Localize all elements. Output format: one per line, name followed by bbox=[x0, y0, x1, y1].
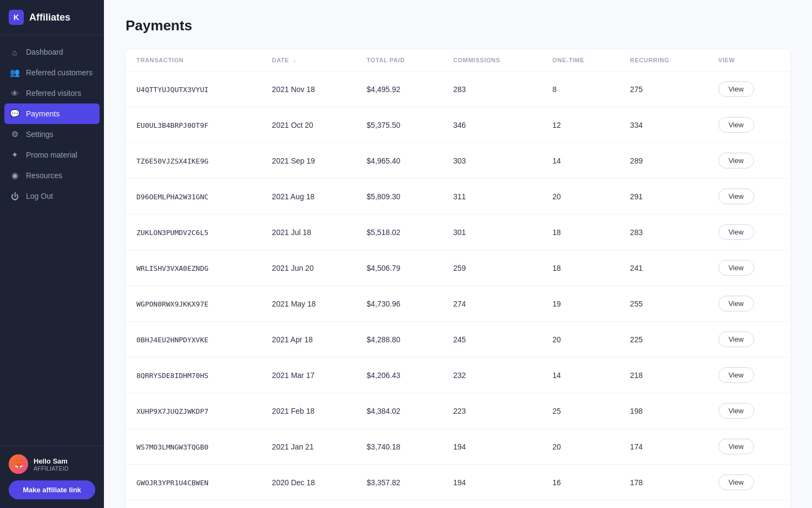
user-info: 🦊 Hello Sam AFFILIATEID bbox=[9, 454, 95, 474]
cell-date: 2021 Mar 17 bbox=[261, 357, 356, 393]
sidebar-item-log-out[interactable]: ⏻ Log Out bbox=[0, 186, 104, 206]
cell-total-paid: $5,375.50 bbox=[356, 107, 442, 143]
view-button[interactable]: View bbox=[718, 439, 754, 454]
sidebar-item-label: Referred visitors bbox=[26, 89, 81, 97]
cell-date: 2021 Feb 18 bbox=[261, 393, 356, 429]
make-affiliate-link-button[interactable]: Make affiliate link bbox=[9, 480, 95, 499]
cell-date: 2021 Nov 18 bbox=[261, 71, 356, 107]
cell-total-paid: $4,730.96 bbox=[356, 286, 442, 322]
view-button[interactable]: View bbox=[718, 260, 754, 276]
cell-one-time: 25 bbox=[542, 500, 619, 509]
promo-material-icon: ✦ bbox=[10, 150, 19, 160]
cell-recurring: 225 bbox=[619, 322, 708, 357]
cell-date: 2021 Jul 18 bbox=[261, 214, 356, 250]
table-header: TRANSACTIONDATE ↓TOTAL PAIDCOMMISSIONSON… bbox=[126, 49, 790, 71]
table-row: GWOJR3YPR1U4CBWEN 2020 Dec 18 $3,357.82 … bbox=[126, 465, 790, 500]
col-header-date[interactable]: DATE ↓ bbox=[261, 49, 356, 71]
col-header-one_time: ONE-TIME bbox=[542, 49, 619, 71]
cell-view: View bbox=[708, 393, 790, 429]
cell-commissions: 346 bbox=[442, 107, 541, 143]
sidebar-item-referred-visitors[interactable]: 👁 Referred visitors bbox=[0, 83, 104, 103]
view-button[interactable]: View bbox=[718, 331, 754, 347]
cell-commissions: 178 bbox=[442, 500, 541, 509]
cell-one-time: 8 bbox=[542, 71, 619, 107]
col-header-commissions: COMMISSIONS bbox=[442, 49, 541, 71]
view-button[interactable]: View bbox=[718, 367, 754, 383]
cell-transaction: GSH8M0FS2VL8GMKG9 bbox=[126, 500, 261, 509]
view-button[interactable]: View bbox=[718, 117, 754, 133]
referred-visitors-icon: 👁 bbox=[10, 88, 19, 98]
table-body: U4QTTYUJQUTX3VYUI 2021 Nov 18 $4,495.92 … bbox=[126, 71, 790, 509]
view-button[interactable]: View bbox=[718, 474, 754, 490]
table-row: 0BHJ4EU2HNPDYXVKE 2021 Apr 18 $4,288.80 … bbox=[126, 322, 790, 357]
table-row: U4QTTYUJQUTX3VYUI 2021 Nov 18 $4,495.92 … bbox=[126, 71, 790, 107]
cell-view: View bbox=[708, 179, 790, 214]
payments-icon: 💬 bbox=[10, 109, 19, 119]
cell-total-paid: $5,809.30 bbox=[356, 179, 442, 214]
sidebar-item-referred-customers[interactable]: 👥 Referred customers bbox=[0, 62, 104, 83]
user-id: AFFILIATEID bbox=[34, 465, 69, 472]
cell-date: 2020 Nov 23 bbox=[261, 500, 356, 509]
cell-transaction: U4QTTYUJQUTX3VYUI bbox=[126, 71, 261, 107]
main-content: Payments TRANSACTIONDATE ↓TOTAL PAIDCOMM… bbox=[104, 0, 812, 508]
cell-commissions: 311 bbox=[442, 179, 541, 214]
user-name: Hello Sam bbox=[34, 457, 69, 465]
view-button[interactable]: View bbox=[718, 403, 754, 419]
view-button[interactable]: View bbox=[718, 296, 754, 311]
sidebar-item-promo-material[interactable]: ✦ Promo material bbox=[0, 145, 104, 165]
cell-transaction: WS7MO3LMNGW3TQGB0 bbox=[126, 429, 261, 465]
cell-one-time: 20 bbox=[542, 322, 619, 357]
log-out-icon: ⏻ bbox=[10, 191, 19, 201]
cell-commissions: 232 bbox=[442, 357, 541, 393]
cell-total-paid: $4,506.79 bbox=[356, 250, 442, 286]
view-button[interactable]: View bbox=[718, 81, 754, 97]
sidebar-item-label: Settings bbox=[26, 130, 54, 139]
cell-date: 2021 Oct 20 bbox=[261, 107, 356, 143]
sidebar-item-resources[interactable]: ◉ Resources bbox=[0, 165, 104, 186]
table-row: 8QRRYSDE8IDHM70HS 2021 Mar 17 $4,206.43 … bbox=[126, 357, 790, 393]
view-button[interactable]: View bbox=[718, 224, 754, 240]
cell-transaction: WRLISHV3VXA0EZNDG bbox=[126, 250, 261, 286]
page-title: Payments bbox=[126, 17, 790, 34]
dashboard-icon: ⌂ bbox=[10, 47, 19, 57]
cell-recurring: 289 bbox=[619, 143, 708, 179]
cell-commissions: 245 bbox=[442, 322, 541, 357]
cell-recurring: 334 bbox=[619, 107, 708, 143]
app-logo: K bbox=[9, 10, 24, 25]
cell-recurring: 241 bbox=[619, 250, 708, 286]
sidebar-item-label: Payments bbox=[26, 109, 60, 118]
cell-recurring: 178 bbox=[619, 465, 708, 500]
cell-recurring: 283 bbox=[619, 214, 708, 250]
cell-date: 2021 Apr 18 bbox=[261, 322, 356, 357]
settings-icon: ⚙ bbox=[10, 129, 19, 139]
col-header-view: VIEW bbox=[708, 49, 790, 71]
cell-transaction: WGPON0RWX9JKKX97E bbox=[126, 286, 261, 322]
sidebar-item-dashboard[interactable]: ⌂ Dashboard bbox=[0, 42, 104, 62]
cell-total-paid: $4,206.43 bbox=[356, 357, 442, 393]
cell-one-time: 19 bbox=[542, 286, 619, 322]
cell-one-time: 14 bbox=[542, 143, 619, 179]
sidebar-item-settings[interactable]: ⚙ Settings bbox=[0, 124, 104, 145]
cell-total-paid: $4,495.92 bbox=[356, 71, 442, 107]
table-row: XUHP9X7JUQZJWKDP7 2021 Feb 18 $4,384.02 … bbox=[126, 393, 790, 429]
sidebar-item-label: Log Out bbox=[26, 192, 53, 200]
sidebar-item-payments[interactable]: 💬 Payments bbox=[4, 103, 100, 124]
avatar: 🦊 bbox=[9, 454, 28, 474]
sidebar-item-label: Dashboard bbox=[26, 48, 63, 56]
view-button[interactable]: View bbox=[718, 188, 754, 204]
view-button[interactable]: View bbox=[718, 153, 754, 168]
cell-transaction: ZUKLON3PUMDV2C6L5 bbox=[126, 214, 261, 250]
cell-commissions: 283 bbox=[442, 71, 541, 107]
app-name: Affiliates bbox=[29, 12, 70, 23]
sidebar-item-label: Resources bbox=[26, 171, 62, 180]
cell-commissions: 274 bbox=[442, 286, 541, 322]
cell-one-time: 20 bbox=[542, 179, 619, 214]
referred-customers-icon: 👥 bbox=[10, 68, 19, 77]
cell-recurring: 291 bbox=[619, 179, 708, 214]
sidebar-footer: 🦊 Hello Sam AFFILIATEID Make affiliate l… bbox=[0, 445, 104, 508]
cell-one-time: 25 bbox=[542, 393, 619, 429]
cell-one-time: 14 bbox=[542, 357, 619, 393]
table-row: EU0UL3B4BRPJ0OT9F 2021 Oct 20 $5,375.50 … bbox=[126, 107, 790, 143]
cell-commissions: 301 bbox=[442, 214, 541, 250]
table-row: TZ6E50VJZSX4IKE9G 2021 Sep 19 $4,965.40 … bbox=[126, 143, 790, 179]
